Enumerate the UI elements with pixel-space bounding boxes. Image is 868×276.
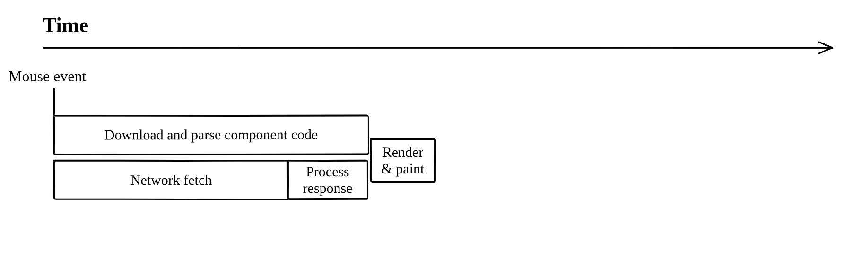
- bar-label: Download and parse component code: [104, 127, 318, 143]
- time-axis-arrow: [43, 41, 846, 55]
- bar-label: Network fetch: [130, 172, 212, 189]
- bar-label: Render & paint: [382, 144, 425, 177]
- event-marker-tick: [53, 88, 55, 115]
- bar-network-fetch: Network fetch: [53, 160, 289, 200]
- timeline-diagram: Time Mouse event Download and parse comp…: [0, 0, 868, 276]
- bar-process-response: Process response: [287, 160, 368, 200]
- event-marker-label: Mouse event: [9, 68, 86, 85]
- axis-title: Time: [43, 13, 88, 37]
- bar-download-parse: Download and parse component code: [53, 114, 369, 155]
- bar-label: Process response: [303, 164, 352, 196]
- bar-render-paint: Render & paint: [370, 138, 436, 183]
